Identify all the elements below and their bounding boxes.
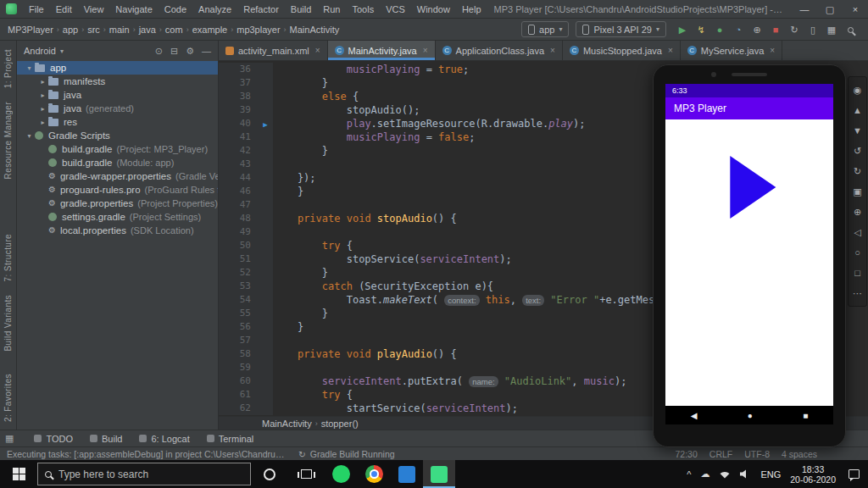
overview-icon[interactable]: □ xyxy=(849,263,866,283)
tool-window-button-7-structure[interactable]: 7: Structure xyxy=(3,234,13,282)
close-tab-icon[interactable]: × xyxy=(423,46,428,55)
tree-item-app[interactable]: ▾app xyxy=(17,61,218,75)
line-number[interactable]: 51 xyxy=(219,252,258,266)
tool-window-button-resource-manager[interactable]: Resource Manager xyxy=(3,102,13,179)
tree-item-java[interactable]: ▸java xyxy=(17,88,218,102)
breadcrumb-item-app[interactable]: app xyxy=(62,25,79,35)
locate-file-button[interactable]: ⊙ xyxy=(155,46,163,57)
menu-help[interactable]: Help xyxy=(456,0,487,19)
line-number[interactable]: 46 xyxy=(219,185,258,198)
search-input[interactable] xyxy=(58,469,243,480)
line-number[interactable]: 47 xyxy=(219,198,258,212)
chevron-up-icon[interactable]: ^ xyxy=(687,469,691,480)
whatsapp-icon[interactable] xyxy=(325,460,358,488)
tree-item-java-generated[interactable]: ▸java(generated) xyxy=(17,102,218,115)
nav-overview-icon[interactable]: ■ xyxy=(803,411,808,420)
cortana-button[interactable] xyxy=(264,469,275,480)
profiler-button[interactable]: ◔ xyxy=(729,19,748,40)
sync-gradle-button[interactable]: ↻ xyxy=(785,19,804,40)
more-icon[interactable]: ⋯ xyxy=(849,283,866,303)
line-number[interactable]: 56 xyxy=(219,320,258,334)
close-button[interactable]: × xyxy=(843,0,868,19)
run-config-select[interactable]: app ▾ xyxy=(521,21,569,37)
line-number[interactable]: 60 xyxy=(219,374,258,388)
avd-manager-button[interactable]: ▯ xyxy=(804,19,822,40)
sdk-manager-button[interactable]: ▦ xyxy=(822,19,841,40)
rotate-right-icon[interactable]: ↻ xyxy=(849,161,866,181)
stop-button[interactable]: ■ xyxy=(766,19,785,40)
taskbar-search[interactable] xyxy=(37,463,251,485)
menu-build[interactable]: Build xyxy=(285,0,317,19)
line-number[interactable]: 43 xyxy=(219,158,258,171)
tree-item-local-properties-sdk-location[interactable]: ⚙local.properties(SDK Location) xyxy=(17,224,218,237)
language-indicator[interactable]: ENG xyxy=(760,469,781,480)
tool-window-button-terminal[interactable]: Terminal xyxy=(207,434,254,444)
nav-home-icon[interactable]: ● xyxy=(748,411,753,420)
hide-panel-button[interactable]: — xyxy=(202,46,211,57)
attach-debugger-button[interactable]: ⊕ xyxy=(748,19,766,40)
menu-vcs[interactable]: VCS xyxy=(380,0,411,19)
menu-tools[interactable]: Tools xyxy=(346,0,380,19)
tool-window-button-build[interactable]: Build xyxy=(90,434,122,444)
rotate-left-icon[interactable]: ↺ xyxy=(849,141,866,161)
tree-item-proguard-rules-pro-proguard-rules-for-app[interactable]: ⚙proguard-rules.pro(ProGuard Rules for a… xyxy=(17,183,218,197)
breadcrumb-item-main[interactable]: main xyxy=(108,25,131,35)
project-view-select[interactable]: Android xyxy=(24,46,56,56)
breadcrumb-item-example[interactable]: example xyxy=(192,25,229,35)
search-everywhere-button[interactable] xyxy=(841,19,860,40)
menu-refactor[interactable]: Refactor xyxy=(237,0,285,19)
start-button[interactable] xyxy=(0,460,37,488)
tree-item-res[interactable]: ▸res xyxy=(17,115,218,129)
line-number[interactable]: 49 xyxy=(219,225,258,239)
tool-window-button-1-project[interactable]: 1: Project xyxy=(3,49,13,88)
menu-view[interactable]: View xyxy=(78,0,110,19)
line-number[interactable]: 59 xyxy=(219,361,258,374)
menu-navigate[interactable]: Navigate xyxy=(109,0,158,19)
network-icon[interactable] xyxy=(719,469,731,479)
line-number[interactable]: 57 xyxy=(219,334,258,347)
menu-run[interactable]: Run xyxy=(317,0,346,19)
line-number[interactable]: 62 xyxy=(219,402,258,415)
play-button[interactable] xyxy=(730,156,776,219)
tool-window-button-logcat[interactable]: 6: Logcat xyxy=(139,434,189,444)
tool-window-switcher-icon[interactable]: ▦ xyxy=(5,433,14,444)
app-icon-blue[interactable] xyxy=(391,460,423,488)
taskbar-clock[interactable]: 18:33 20-06-2020 xyxy=(790,464,836,485)
home-icon[interactable]: ○ xyxy=(849,242,866,263)
tool-window-button-todo[interactable]: TODO xyxy=(34,434,73,444)
line-number[interactable]: 44 xyxy=(219,171,258,185)
volume-up-icon[interactable]: ▲ xyxy=(849,100,866,120)
volume-icon[interactable] xyxy=(740,469,751,479)
cloud-icon[interactable]: ☁ xyxy=(700,469,709,480)
breadcrumb-item-mp3player[interactable]: mp3player xyxy=(236,25,281,35)
back-icon[interactable]: ◁ xyxy=(849,222,866,242)
tree-item-build-gradle-module-app[interactable]: build.gradle(Module: app) xyxy=(17,156,218,169)
settings-gear-icon[interactable]: ⚙ xyxy=(186,46,194,57)
menu-analyze[interactable]: Analyze xyxy=(192,0,237,19)
breadcrumb-item-java[interactable]: java xyxy=(138,25,157,35)
line-ending[interactable]: CRLF xyxy=(709,449,732,459)
power-icon[interactable]: ◉ xyxy=(849,80,866,100)
tab-activity-main-xml[interactable]: activity_main.xml× xyxy=(219,41,328,60)
line-number[interactable]: 61 xyxy=(219,388,258,402)
line-number[interactable]: 42 xyxy=(219,144,258,158)
file-encoding[interactable]: UTF-8 xyxy=(744,449,770,459)
tree-item-gradle-properties-project-properties[interactable]: ⚙gradle.properties(Project Properties) xyxy=(17,197,218,210)
app-icon-green[interactable] xyxy=(423,460,455,488)
close-tab-icon[interactable]: × xyxy=(668,46,673,55)
line-number[interactable]: 55 xyxy=(219,307,258,320)
debug-button[interactable]: ● xyxy=(710,19,729,40)
line-number[interactable]: 40 xyxy=(219,117,258,130)
line-number[interactable]: 54 xyxy=(219,293,258,307)
tree-item-gradle-scripts[interactable]: ▾Gradle Scripts xyxy=(17,129,218,142)
breadcrumb-item-mainactivity[interactable]: MainActivity xyxy=(289,25,341,35)
indent-size[interactable]: 4 spaces xyxy=(782,449,817,459)
line-number[interactable]: 50 xyxy=(219,239,258,252)
volume-down-icon[interactable]: ▼ xyxy=(849,120,866,141)
line-number[interactable]: 48 xyxy=(219,212,258,225)
tool-window-button-2-favorites[interactable]: 2: Favorites xyxy=(3,374,13,422)
tree-item-manifests[interactable]: ▸manifests xyxy=(17,75,218,88)
tab-musicstopped-java[interactable]: CMusicStopped.java× xyxy=(563,41,681,60)
menu-window[interactable]: Window xyxy=(411,0,456,19)
line-number[interactable]: 37 xyxy=(219,76,258,90)
